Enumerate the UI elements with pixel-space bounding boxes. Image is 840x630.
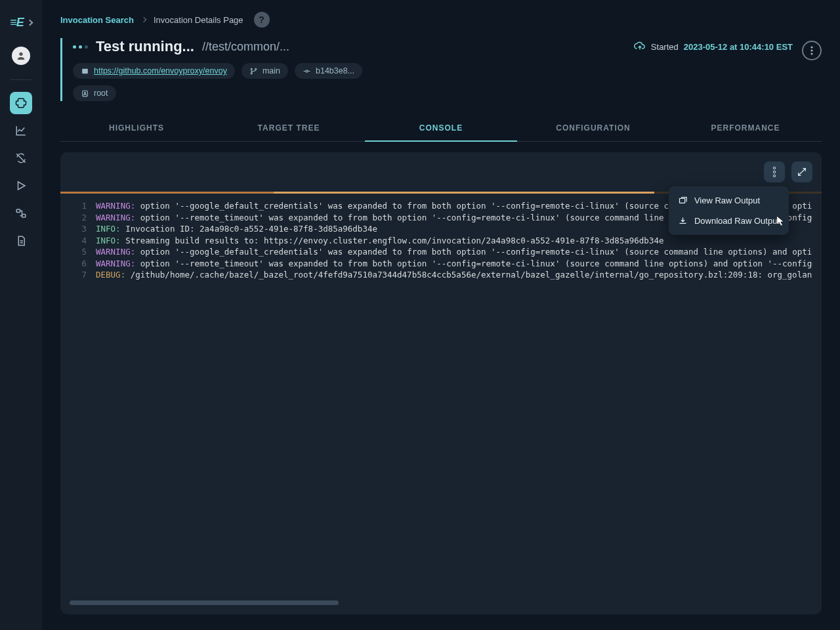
page-subtitle: //test/common/... <box>202 40 289 54</box>
started-date: 2023-05-12 at 10:44:10 EST <box>684 42 793 52</box>
chevron-right-icon <box>141 17 146 22</box>
puzzle-icon <box>15 97 27 109</box>
cursor-icon <box>776 215 785 227</box>
console-line: 7DEBUG: /github/home/.cache/bazel/_bazel… <box>70 269 812 281</box>
sidebar-item-executions[interactable] <box>10 175 32 197</box>
svg-point-7 <box>306 70 308 72</box>
tab-configuration[interactable]: CONFIGURATION <box>517 116 669 141</box>
nodes-icon <box>15 207 27 219</box>
chip-user-label: root <box>94 89 108 98</box>
svg-point-14 <box>773 171 775 173</box>
sidebar-item-trends[interactable] <box>10 119 32 142</box>
dropdown-view-label: View Raw Output <box>694 196 760 205</box>
invocation-header: Test running... //test/common/... https:… <box>60 38 822 101</box>
svg-point-10 <box>810 46 812 48</box>
started-timestamp: Started 2023-05-12 at 10:44:10 EST <box>634 41 793 52</box>
dropdown-view-raw[interactable]: View Raw Output <box>669 190 789 211</box>
breadcrumb-current: Invocation Details Page <box>154 15 243 25</box>
console-line: 5WARNING: option '--google_default_crede… <box>70 246 812 258</box>
svg-rect-3 <box>82 68 88 74</box>
console-line: 6WARNING: option '--remote_timeout' was … <box>70 258 812 270</box>
windows-icon <box>678 196 688 205</box>
svg-rect-2 <box>22 215 26 218</box>
kebab-icon <box>810 46 813 55</box>
console-output: 1WARNING: option '--google_default_crede… <box>70 200 812 594</box>
sidebar-item-cache[interactable] <box>10 147 32 169</box>
kebab-icon <box>769 167 780 177</box>
header-menu-button[interactable] <box>802 41 822 60</box>
expand-icon <box>797 167 807 177</box>
tab-highlights[interactable]: HIGHLIGHTS <box>60 116 213 141</box>
chip-branch[interactable]: main <box>242 63 288 79</box>
svg-point-5 <box>255 68 257 70</box>
running-spinner-icon <box>73 45 88 49</box>
sidebar-item-reports[interactable] <box>10 230 32 252</box>
avatar[interactable] <box>12 47 30 65</box>
svg-point-6 <box>251 72 252 74</box>
logo: ≡E <box>10 16 24 30</box>
svg-point-9 <box>84 92 85 93</box>
divider <box>10 79 32 80</box>
sync-off-icon <box>15 152 27 164</box>
svg-point-12 <box>810 52 812 54</box>
chip-user[interactable]: root <box>73 85 116 101</box>
chart-icon <box>15 125 27 136</box>
chip-branch-label: main <box>262 66 280 75</box>
download-icon <box>678 216 688 226</box>
chip-repo-label: https://github.com/envoyproxy/envoy <box>94 66 227 75</box>
tab-performance[interactable]: PERFORMANCE <box>669 116 822 141</box>
sidebar-item-workers[interactable] <box>10 202 32 224</box>
sidebar: ≡E <box>0 0 42 630</box>
console-line: 4INFO: Streaming build results to: https… <box>70 235 812 247</box>
chip-commit-label: b14b3e8... <box>316 66 354 75</box>
svg-point-4 <box>251 68 252 70</box>
sidebar-item-invocations[interactable] <box>10 92 32 114</box>
started-label: Started <box>651 42 679 52</box>
play-icon <box>15 180 27 192</box>
console-panel: View Raw Output Download Raw Output 1WAR… <box>60 152 822 614</box>
svg-rect-1 <box>16 209 20 213</box>
sidebar-top[interactable]: ≡E <box>10 16 32 30</box>
branch-icon <box>249 67 258 75</box>
svg-point-11 <box>810 49 812 51</box>
dropdown-download-raw[interactable]: Download Raw Output <box>669 211 789 231</box>
chip-repo[interactable]: https://github.com/envoyproxy/envoy <box>73 63 235 79</box>
page-title: Test running... <box>96 38 194 55</box>
tabs: HIGHLIGHTSTARGET TREECONSOLECONFIGURATIO… <box>60 116 822 142</box>
tab-target-tree[interactable]: TARGET TREE <box>213 116 365 141</box>
breadcrumb-search[interactable]: Invocation Search <box>60 15 134 25</box>
help-badge[interactable]: ? <box>254 12 270 28</box>
svg-rect-16 <box>679 198 684 203</box>
main-content: Invocation Search Invocation Details Pag… <box>42 0 840 630</box>
horizontal-scrollbar[interactable] <box>70 600 339 605</box>
user-icon <box>81 89 89 98</box>
person-icon <box>16 51 26 61</box>
document-icon <box>15 235 27 247</box>
svg-point-15 <box>773 175 775 177</box>
console-dropdown: View Raw Output Download Raw Output <box>669 186 789 235</box>
console-menu-button[interactable] <box>764 161 785 182</box>
dropdown-download-label: Download Raw Output <box>694 216 780 226</box>
cloud-upload-icon <box>634 41 646 52</box>
expand-sidebar-icon <box>26 20 33 26</box>
expand-console-button[interactable] <box>791 161 812 182</box>
breadcrumbs: Invocation Search Invocation Details Pag… <box>60 12 822 28</box>
repo-icon <box>81 67 89 75</box>
tab-console[interactable]: CONSOLE <box>365 116 517 142</box>
commit-icon <box>303 67 311 75</box>
svg-point-0 <box>19 52 22 56</box>
svg-point-13 <box>773 167 775 169</box>
chip-commit[interactable]: b14b3e8... <box>295 63 362 79</box>
